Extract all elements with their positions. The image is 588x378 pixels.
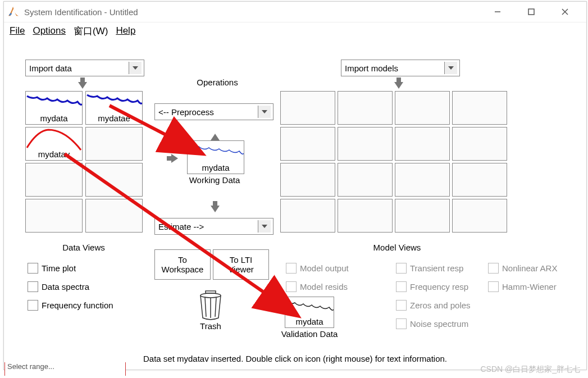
trash-icon [198,290,224,321]
chevron-down-icon [258,220,271,233]
model-slot-5[interactable] [280,127,335,161]
zeros-poles-checkbox[interactable]: Zeros and poles [396,300,471,311]
background-select-range: Select range... [4,362,126,376]
data-slot-7[interactable] [25,199,83,233]
import-data-dropdown[interactable]: Import data [25,60,144,76]
to-ltiviewer-label: To LTI Viewer [218,255,264,274]
trash-area[interactable]: Trash [198,290,224,331]
data-views-label: Data Views [50,243,117,252]
model-views-label: Model Views [363,243,431,252]
main-window: System Identification - Untitled File Op… [3,1,587,370]
matlab-icon [7,6,20,18]
model-slot-13[interactable] [280,199,335,233]
menu-help[interactable]: Help [116,25,135,37]
dataspectra-label: Data spectra [42,282,89,292]
model-slot-1[interactable] [280,91,335,125]
arrow-right-icon [171,154,178,163]
svg-line-8 [215,298,216,317]
minimize-button[interactable] [481,3,514,21]
preprocess-dropdown[interactable]: <-- Preprocess [154,103,274,120]
to-workspace-label: To Workspace [159,255,206,274]
model-slot-11[interactable] [395,163,450,197]
estimate-dropdown[interactable]: Estimate --> [154,218,274,235]
trash-label: Trash [198,321,224,331]
menu-options[interactable]: Options [33,25,66,37]
model-slot-6[interactable] [338,127,393,161]
hamm-wiener-label: Hamm-Wiener [502,282,557,292]
menu-window[interactable]: 窗口(W) [74,25,108,38]
working-data-caption: Working Data [184,175,245,185]
freq-resp-checkbox[interactable]: Frequency resp [396,281,471,292]
model-output-label: Model output [300,263,349,273]
model-slot-8[interactable] [452,127,507,161]
data-slot-4[interactable] [85,127,143,161]
model-slot-9[interactable] [280,163,335,197]
body-area: Import data Operations Import models myd… [4,39,586,44]
data-slot-2-label: mydatae [86,113,142,123]
freqfunc-label: Frequency function [42,300,113,310]
nonlinear-arx-label: Nonlinear ARX [502,263,557,273]
noise-spectrum-checkbox[interactable]: Noise spectrum [396,318,471,329]
arrow-down-icon [211,206,220,212]
maximize-button[interactable] [514,3,548,21]
zeros-poles-label: Zeros and poles [410,300,471,310]
dataspectra-checkbox[interactable]: Data spectra [28,281,113,292]
model-slot-16[interactable] [452,199,507,233]
timeplot-label: Time plot [42,263,76,273]
window-title: System Identification - Untitled [24,7,138,17]
model-slot-4[interactable] [452,91,507,125]
import-models-label: Import models [345,63,398,73]
watermark: CSDN @白日梦想家_胖七七 [480,365,580,375]
data-slot-3[interactable]: mydatav [25,127,83,161]
data-slot-1[interactable]: mydata [25,91,83,125]
svg-line-6 [205,298,206,317]
noise-spectrum-label: Noise spectrum [410,319,468,329]
validation-data-slot[interactable]: mydata [285,297,334,328]
close-button[interactable] [548,3,582,21]
data-slot-6[interactable] [85,163,143,197]
model-slot-14[interactable] [338,199,393,233]
menubar: File Options 窗口(W) Help [4,22,586,39]
chevron-down-icon [258,106,271,118]
working-data-slot[interactable]: mydata [187,140,244,174]
model-slot-3[interactable] [395,91,450,125]
data-slot-2[interactable]: mydatae [85,91,143,125]
titlebar: System Identification - Untitled [4,2,586,22]
estimate-label: Estimate --> [158,222,204,231]
arrow-up-icon [211,134,220,140]
svg-rect-1 [528,9,534,15]
model-output-checkbox[interactable]: Model output [286,263,349,274]
chevron-down-icon [129,62,142,74]
transient-resp-checkbox[interactable]: Transient resp [396,263,471,274]
arrow-down-icon [78,82,87,89]
data-slot-3-label: mydatav [26,149,82,159]
model-resids-checkbox[interactable]: Model resids [286,281,349,292]
model-slot-12[interactable] [452,163,507,197]
import-data-label: Import data [29,63,72,73]
transient-resp-label: Transient resp [410,263,463,273]
model-slot-7[interactable] [395,127,450,161]
operations-label: Operations [184,78,251,87]
data-slot-5[interactable] [25,163,83,197]
menu-file[interactable]: File [10,25,25,37]
timeplot-checkbox[interactable]: Time plot [28,263,113,274]
validation-slot-label: mydata [285,317,334,326]
model-slot-2[interactable] [338,91,393,125]
data-slot-1-label: mydata [26,113,82,123]
arrow-down-icon [394,82,403,89]
to-ltiviewer-button[interactable]: To LTI Viewer [213,249,269,280]
to-workspace-button[interactable]: To Workspace [154,249,211,280]
data-slot-8[interactable] [85,199,143,233]
working-data-label: mydata [188,163,244,172]
freqfunc-checkbox[interactable]: Frequency function [28,300,113,311]
hamm-wiener-checkbox[interactable]: Hamm-Wiener [488,281,557,292]
nonlinear-arx-checkbox[interactable]: Nonlinear ARX [488,263,557,274]
validation-data-caption: Validation Data [278,329,341,339]
model-resids-label: Model resids [300,282,348,292]
model-slot-15[interactable] [395,199,450,233]
preprocess-label: <-- Preprocess [158,107,214,117]
import-models-dropdown[interactable]: Import models [341,60,460,76]
model-slot-10[interactable] [338,163,393,197]
chevron-down-icon [444,62,457,74]
svg-point-5 [200,293,221,298]
